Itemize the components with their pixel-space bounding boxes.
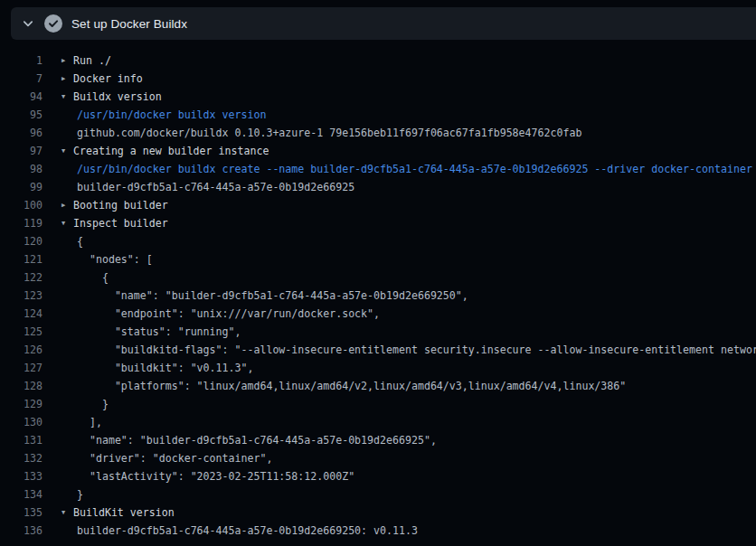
output-text: "platforms": "linux/amd64,linux/amd64/v2… [77,377,626,395]
group-label: Booting builder [73,196,168,214]
log-viewer: 1▶Run ./7▶Docker info94▼Buildx version95… [0,52,756,540]
log-line: 127 "buildkit": "v0.11.3", [0,359,756,377]
group-label: Inspect builder [73,214,168,232]
line-number[interactable]: 130 [0,413,43,431]
log-group-toggle[interactable]: ▶Run ./ [61,52,111,70]
group-collapsed-icon[interactable]: ▶ [61,52,73,70]
line-number[interactable]: 125 [0,323,43,341]
log-line: 126 "buildkitd-flags": "--allow-insecure… [0,341,756,359]
log-line: 133 "lastActivity": "2023-02-25T11:58:12… [0,467,756,485]
log-line-content: { [61,268,109,287]
output-text: builder-d9cfb5a1-c764-445a-a57e-0b19d2e6… [77,178,354,196]
log-group-toggle[interactable]: ▼BuildKit version [61,504,175,522]
line-number[interactable]: 119 [0,214,43,232]
line-number[interactable]: 97 [0,142,43,160]
line-number[interactable]: 121 [0,250,43,268]
log-line: 99builder-d9cfb5a1-c764-445a-a57e-0b19d2… [0,178,756,196]
line-number[interactable]: 127 [0,359,43,377]
line-number[interactable]: 124 [0,305,43,323]
output-text: "nodes": [ [77,250,153,268]
log-group-toggle[interactable]: ▼Buildx version [61,88,162,106]
log-line-content: builder-d9cfb5a1-c764-445a-a57e-0b19d2e6… [61,522,418,540]
log-line-content: } [61,395,109,413]
actions-log-page: { "header": { "title": "Set up Docker Bu… [0,0,756,546]
log-line-content: "buildkitd-flags": "--allow-insecure-ent… [61,341,756,359]
group-expanded-icon[interactable]: ▼ [61,214,73,232]
line-number[interactable]: 1 [0,52,43,70]
line-number[interactable]: 98 [0,160,43,178]
group-collapsed-icon[interactable]: ▶ [61,70,73,88]
log-line: 124 "endpoint": "unix:///var/run/docker.… [0,305,756,323]
line-number[interactable]: 135 [0,504,43,522]
output-text: "buildkitd-flags": "--allow-insecure-ent… [77,341,756,359]
log-line: 100▶Booting builder [0,196,756,214]
log-line: 136builder-d9cfb5a1-c764-445a-a57e-0b19d… [0,522,756,540]
line-number[interactable]: 131 [0,431,43,449]
log-line: 123 "name": "builder-d9cfb5a1-c764-445a-… [0,287,756,305]
log-line: 132 "driver": "docker-container", [0,449,756,467]
line-number[interactable]: 134 [0,485,43,504]
log-line-content: "nodes": [ [61,250,153,268]
log-line: 122 { [0,268,756,287]
log-line: 7▶Docker info [0,70,756,88]
line-number[interactable]: 94 [0,88,43,106]
group-label: Docker info [73,70,143,88]
log-group-toggle[interactable]: ▼Creating a new builder instance [61,142,269,160]
group-collapsed-icon[interactable]: ▶ [61,196,73,214]
log-group-toggle[interactable]: ▼Inspect builder [61,214,168,232]
line-number[interactable]: 126 [0,341,43,359]
line-number[interactable]: 136 [0,522,43,540]
log-line-content: ], [61,413,102,431]
output-text: { [77,232,83,250]
log-line: 94▼Buildx version [0,88,756,106]
output-text: { [77,268,109,287]
group-expanded-icon[interactable]: ▼ [61,142,73,160]
output-text: } [77,485,83,504]
output-text: builder-d9cfb5a1-c764-445a-a57e-0b19d2e6… [77,522,418,540]
line-number[interactable]: 128 [0,377,43,395]
log-line: 128 "platforms": "linux/amd64,linux/amd6… [0,377,756,395]
line-number[interactable]: 132 [0,449,43,467]
log-line: 131 "name": "builder-d9cfb5a1-c764-445a-… [0,431,756,449]
log-line-content: { [61,232,83,250]
check-circle-icon [44,14,62,33]
log-line: 98/usr/bin/docker buildx create --name b… [0,160,756,178]
output-text: } [77,395,109,413]
log-line: 1▶Run ./ [0,52,756,70]
output-text: "buildkit": "v0.11.3", [77,359,253,377]
output-text: "driver": "docker-container", [77,449,272,467]
log-line: 96github.com/docker/buildx 0.10.3+azure-… [0,124,756,142]
output-text: "endpoint": "unix:///var/run/docker.sock… [77,305,380,323]
line-number[interactable]: 99 [0,178,43,196]
log-line: 135▼BuildKit version [0,504,756,522]
line-number[interactable]: 122 [0,268,43,287]
log-line: 120{ [0,232,756,250]
log-group-toggle[interactable]: ▶Docker info [61,70,143,88]
log-line: 95/usr/bin/docker buildx version [0,106,756,124]
output-text: "name": "builder-d9cfb5a1-c764-445a-a57e… [77,431,437,449]
output-text: "name": "builder-d9cfb5a1-c764-445a-a57e… [77,287,468,305]
line-number[interactable]: 133 [0,467,43,485]
line-number[interactable]: 100 [0,196,43,214]
output-text: ], [77,413,102,431]
group-expanded-icon[interactable]: ▼ [61,504,73,522]
chevron-down-icon[interactable] [20,15,36,32]
log-line: 121 "nodes": [ [0,250,756,268]
group-expanded-icon[interactable]: ▼ [61,88,73,106]
log-line-content: "name": "builder-d9cfb5a1-c764-445a-a57e… [61,431,437,449]
log-line-content: } [61,485,83,504]
line-number[interactable]: 120 [0,232,43,250]
line-number[interactable]: 95 [0,106,43,124]
line-number[interactable]: 7 [0,70,43,88]
log-group-toggle[interactable]: ▶Booting builder [61,196,168,214]
log-line-content: "endpoint": "unix:///var/run/docker.sock… [61,305,380,323]
step-header[interactable]: Set up Docker Buildx [11,7,756,40]
step-title: Set up Docker Buildx [71,17,187,31]
log-line: 97▼Creating a new builder instance [0,142,756,160]
group-label: Buildx version [73,88,162,106]
log-line: 125 "status": "running", [0,323,756,341]
line-number[interactable]: 129 [0,395,43,413]
line-number[interactable]: 96 [0,124,43,142]
line-number[interactable]: 123 [0,287,43,305]
log-line: 130 ], [0,413,756,431]
